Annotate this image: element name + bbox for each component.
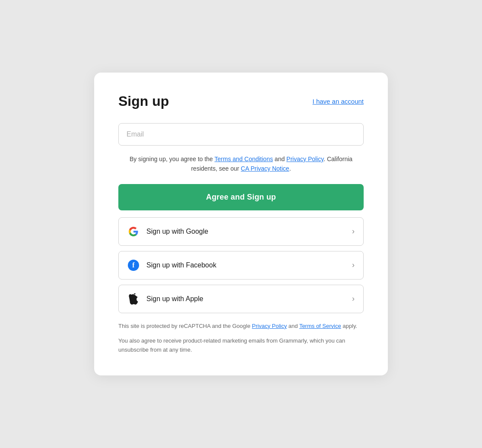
email-field[interactable] xyxy=(118,123,364,146)
ca-privacy-link[interactable]: CA Privacy Notice xyxy=(241,165,289,172)
apple-signup-label: Sign up with Apple xyxy=(146,295,203,303)
apple-signup-button[interactable]: Sign up with Apple › xyxy=(118,285,364,313)
facebook-chevron-icon: › xyxy=(352,261,355,270)
recaptcha-privacy-link[interactable]: Privacy Policy xyxy=(252,323,287,329)
have-account-link[interactable]: I have an account xyxy=(313,98,364,105)
facebook-signup-button[interactable]: f Sign up with Facebook › xyxy=(118,251,364,280)
recaptcha-notice: This site is protected by reCAPTCHA and … xyxy=(118,322,364,331)
facebook-icon: f xyxy=(127,259,140,271)
apple-icon xyxy=(127,293,140,305)
terms-text: By signing up, you agree to the Terms an… xyxy=(118,154,364,174)
google-signup-label: Sign up with Google xyxy=(146,228,208,235)
privacy-policy-link[interactable]: Privacy Policy xyxy=(286,156,323,162)
signup-card: Sign up I have an account By signing up,… xyxy=(94,73,388,375)
card-header: Sign up I have an account xyxy=(118,93,364,109)
marketing-notice: You also agree to receive product-relate… xyxy=(118,337,364,355)
apple-chevron-icon: › xyxy=(352,294,355,303)
google-chevron-icon: › xyxy=(352,227,355,236)
terms-conditions-link[interactable]: Terms and Conditions xyxy=(215,156,273,162)
footer-text: This site is protected by reCAPTCHA and … xyxy=(118,322,364,355)
facebook-signup-label: Sign up with Facebook xyxy=(146,261,216,269)
google-icon xyxy=(127,226,140,238)
google-signup-button[interactable]: Sign up with Google › xyxy=(118,217,364,246)
recaptcha-terms-link[interactable]: Terms of Service xyxy=(299,323,341,329)
page-title: Sign up xyxy=(118,93,169,109)
agree-signup-button[interactable]: Agree and Sign up xyxy=(118,184,364,210)
